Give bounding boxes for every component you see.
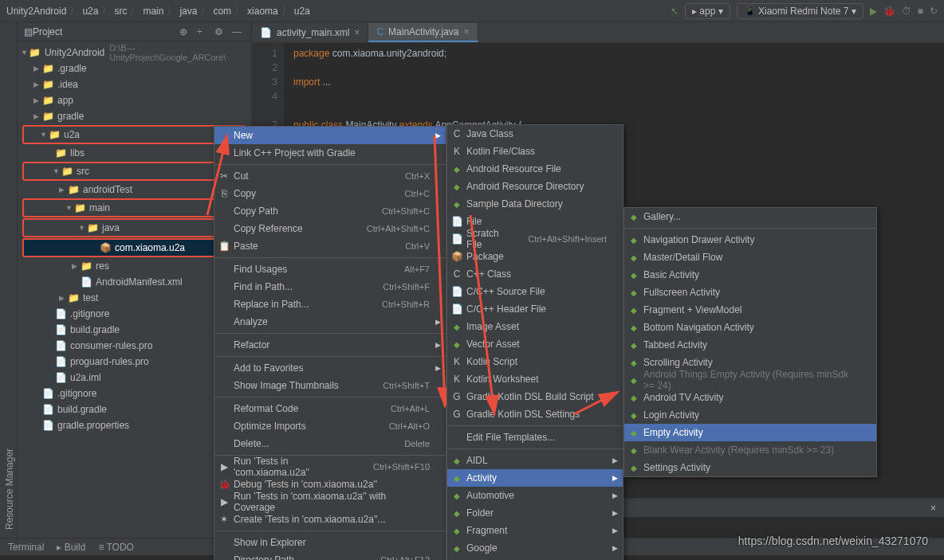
sync-icon[interactable]: ↻ bbox=[930, 6, 938, 17]
menu-item[interactable]: Automotive▶ bbox=[447, 487, 623, 504]
tree-node[interactable]: ▼📁main bbox=[24, 200, 245, 216]
menu-item[interactable]: Copy PathCtrl+Shift+C bbox=[214, 202, 446, 220]
tree-node[interactable]: ▼📁src bbox=[24, 163, 245, 179]
menu-item[interactable]: Replace in Path...Ctrl+Shift+R bbox=[214, 296, 446, 313]
collapse-icon[interactable]: ÷ bbox=[197, 26, 210, 37]
build-close-icon[interactable]: × bbox=[930, 503, 936, 514]
terminal-tab[interactable]: Terminal bbox=[8, 542, 44, 553]
menu-item[interactable]: Vector Asset bbox=[447, 335, 623, 353]
back-icon[interactable]: ↖ bbox=[671, 6, 678, 17]
tree-node[interactable]: ▼📁u2a bbox=[24, 127, 245, 143]
context-menu-new[interactable]: CJava ClassKKotlin File/ClassAndroid Res… bbox=[446, 124, 623, 560]
run-icon[interactable]: ▶ bbox=[870, 6, 877, 17]
todo-tab[interactable]: ≡ TODO bbox=[98, 542, 134, 553]
close-icon[interactable]: × bbox=[354, 27, 360, 38]
menu-item[interactable]: Link C++ Project with Gradle bbox=[214, 144, 446, 162]
menu-item[interactable]: CJava Class bbox=[447, 125, 623, 143]
menu-item[interactable]: 📄C/C++ Source File bbox=[447, 283, 623, 300]
tree-node[interactable]: ▶📁.idea bbox=[18, 76, 251, 92]
menu-item[interactable]: KKotlin File/Class bbox=[447, 143, 623, 160]
menu-item[interactable]: Tabbed Activity bbox=[624, 336, 876, 354]
menu-item[interactable]: Reformat CodeCtrl+Alt+L bbox=[214, 400, 446, 417]
breadcrumb-item[interactable]: src bbox=[114, 6, 127, 17]
menu-item[interactable]: Show in Explorer bbox=[214, 534, 446, 551]
breadcrumb-item[interactable]: xiaoma bbox=[247, 6, 278, 17]
menu-item[interactable]: Activity▶ bbox=[447, 469, 623, 487]
menu-item[interactable]: AIDL▶ bbox=[447, 452, 623, 469]
tree-node[interactable]: ▶📁app bbox=[18, 92, 251, 108]
menu-item[interactable]: Directory PathCtrl+Alt+F12 bbox=[214, 551, 446, 560]
menu-item[interactable]: Settings Activity bbox=[624, 459, 876, 476]
context-menu-activity[interactable]: Gallery...Navigation Drawer ActivityMast… bbox=[623, 207, 877, 477]
menu-item[interactable]: Optimize ImportsCtrl+Alt+O bbox=[214, 417, 446, 435]
menu-item[interactable]: ▶Run 'Tests in 'com.xiaoma.u2a''Ctrl+Shi… bbox=[214, 458, 446, 476]
breadcrumb-item[interactable]: main bbox=[143, 6, 163, 17]
tree-node[interactable]: ▼📁java bbox=[24, 220, 245, 236]
menu-item[interactable]: KKotlin Worksheet bbox=[447, 370, 623, 388]
menu-item[interactable]: Folder▶ bbox=[447, 504, 623, 522]
menu-item[interactable]: Google▶ bbox=[447, 539, 623, 557]
menu-item[interactable]: GGradle Kotlin DSL Settings bbox=[447, 405, 623, 423]
menu-item[interactable]: Add to Favorites▶ bbox=[214, 359, 446, 377]
menu-item[interactable]: CC++ Class bbox=[447, 265, 623, 283]
menu-item[interactable]: Android Resource Directory bbox=[447, 178, 623, 195]
menu-item[interactable]: Find in Path...Ctrl+Shift+F bbox=[214, 278, 446, 296]
menu-item[interactable]: Empty Activity bbox=[624, 424, 876, 441]
tree-node[interactable]: 📦com.xiaoma.u2a bbox=[24, 240, 245, 256]
menu-item[interactable]: Gallery... bbox=[624, 208, 876, 225]
target-icon[interactable]: ⊕ bbox=[179, 26, 192, 37]
menu-item[interactable]: ✂CutCtrl+X bbox=[214, 167, 446, 185]
tree-node[interactable]: ▶📁gradle bbox=[18, 108, 251, 124]
menu-item[interactable]: Android Resource File bbox=[447, 160, 623, 178]
stop-icon[interactable]: ■ bbox=[918, 6, 923, 17]
menu-item[interactable]: Other▶ bbox=[447, 557, 623, 560]
menu-item[interactable]: Edit File Templates... bbox=[447, 429, 623, 446]
breadcrumb-item[interactable]: u2a bbox=[82, 6, 98, 17]
menu-item[interactable]: 📄Scratch FileCtrl+Alt+Shift+Insert bbox=[447, 230, 623, 248]
menu-item[interactable]: Android TV Activity bbox=[624, 389, 876, 406]
tab-main-activity[interactable]: C MainActivity.java × bbox=[368, 23, 478, 42]
breadcrumb-item[interactable]: java bbox=[179, 6, 197, 17]
menu-item[interactable]: GGradle Kotlin DSL Build Script bbox=[447, 388, 623, 405]
breadcrumb-item[interactable]: com bbox=[213, 6, 231, 17]
breadcrumb-item[interactable]: Unity2Android bbox=[6, 6, 66, 17]
menu-item[interactable]: New▶ bbox=[214, 127, 446, 144]
menu-item[interactable]: ⎘CopyCtrl+C bbox=[214, 185, 446, 202]
context-menu-main[interactable]: New▶Link C++ Project with Gradle✂CutCtrl… bbox=[214, 126, 446, 560]
hide-icon[interactable]: — bbox=[232, 26, 245, 37]
menu-item[interactable]: Fragment + ViewModel bbox=[624, 301, 876, 319]
menu-item[interactable]: Delete...Delete bbox=[214, 435, 446, 452]
tree-node[interactable]: ▶📁.gradle bbox=[18, 61, 251, 76]
menu-item[interactable]: Master/Detail Flow bbox=[624, 249, 876, 266]
menu-item[interactable]: Navigation Drawer Activity bbox=[624, 231, 876, 249]
run-config-app[interactable]: ▸ app ▾ bbox=[685, 3, 730, 19]
menu-item[interactable]: Find UsagesAlt+F7 bbox=[214, 260, 446, 278]
menu-item[interactable]: 📋PasteCtrl+V bbox=[214, 237, 446, 255]
tab-activity-main[interactable]: 📄 activity_main.xml × bbox=[252, 24, 368, 41]
profile-icon[interactable]: ⏱ bbox=[902, 6, 911, 17]
menu-item[interactable]: Fragment▶ bbox=[447, 522, 623, 539]
menu-item[interactable]: Show Image ThumbnailsCtrl+Shift+T bbox=[214, 377, 446, 394]
breadcrumb-item[interactable]: u2a bbox=[294, 6, 310, 17]
menu-item[interactable]: Analyze▶ bbox=[214, 313, 446, 331]
menu-item[interactable]: KKotlin Script bbox=[447, 353, 623, 370]
menu-item[interactable]: ✶Create 'Tests in 'com.xiaoma.u2a''... bbox=[214, 511, 446, 528]
menu-item[interactable]: 📦Package bbox=[447, 248, 623, 265]
menu-item[interactable]: Basic Activity bbox=[624, 266, 876, 284]
menu-item[interactable]: Login Activity bbox=[624, 406, 876, 424]
build-tab[interactable]: ▸ Build bbox=[57, 542, 85, 553]
menu-item[interactable]: Copy ReferenceCtrl+Alt+Shift+C bbox=[214, 220, 446, 237]
menu-item[interactable]: Image Asset bbox=[447, 318, 623, 335]
debug-icon[interactable]: 🐞 bbox=[883, 6, 895, 17]
menu-item[interactable]: ▶Run 'Tests in 'com.xiaoma.u2a'' with Co… bbox=[214, 493, 446, 511]
menu-item[interactable]: Sample Data Directory bbox=[447, 195, 623, 213]
menu-item[interactable]: Refactor▶ bbox=[214, 336, 446, 354]
menu-item[interactable]: 📄C/C++ Header File bbox=[447, 300, 623, 318]
menu-item[interactable]: Bottom Navigation Activity bbox=[624, 319, 876, 336]
close-icon[interactable]: × bbox=[464, 26, 470, 37]
settings-icon[interactable]: ⚙ bbox=[214, 26, 227, 37]
menu-item[interactable]: Fullscreen Activity bbox=[624, 284, 876, 301]
device-selector[interactable]: 📱 Xiaomi Redmi Note 7 ▾ bbox=[737, 3, 863, 19]
tree-root[interactable]: ▼📁 Unity2Android D:\B---UnityProject\Goo… bbox=[18, 45, 251, 61]
resource-manager-tab[interactable]: Resource Manager bbox=[4, 30, 15, 530]
